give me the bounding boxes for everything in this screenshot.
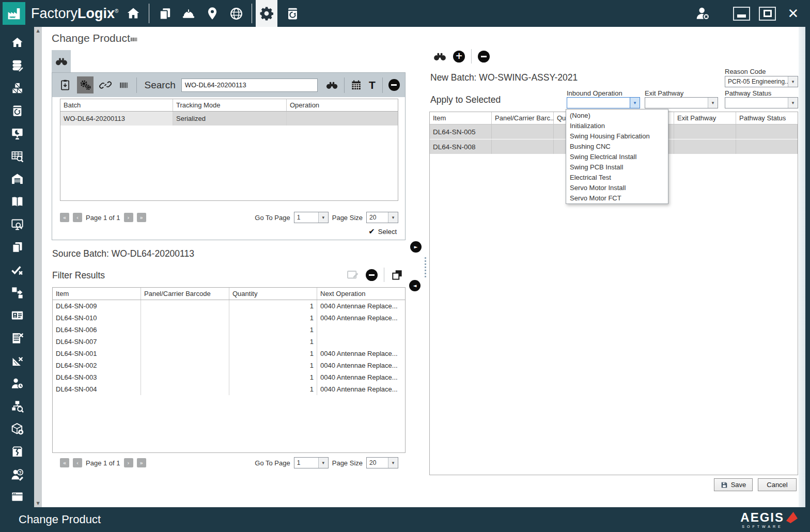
- tab-batch-search[interactable]: [52, 50, 71, 72]
- sidebar-item-id-badge[interactable]: [10, 308, 24, 322]
- scroll-up-icon[interactable]: ▲: [36, 28, 39, 33]
- clear-search-button[interactable]: [388, 79, 400, 91]
- barcode-scan-icon[interactable]: [117, 81, 130, 90]
- sidebar-item-transfer[interactable]: [10, 286, 24, 300]
- sidebar-item-home[interactable]: [10, 36, 24, 50]
- settings-toggle-button-pressed[interactable]: [77, 76, 94, 93]
- sidebar-item-data-query[interactable]: [10, 149, 24, 163]
- add-items-button[interactable]: +: [453, 51, 465, 62]
- sidebar-scrollbar[interactable]: ▲▼: [34, 27, 42, 507]
- dropdown-option[interactable]: Initialization: [566, 120, 668, 131]
- dropdown-option[interactable]: Swing Housing Fabrication: [566, 131, 668, 141]
- first-page-button[interactable]: «: [60, 458, 69, 467]
- copy-pages-button[interactable]: [153, 2, 177, 25]
- page-size-combobox[interactable]: 20▾: [366, 212, 398, 223]
- sidebar-item-terminal[interactable]: [10, 490, 24, 504]
- exit-pathway-combobox[interactable]: ▾: [645, 97, 718, 108]
- goto-page-combobox[interactable]: 1▾: [294, 457, 329, 468]
- sidebar-item-review-search[interactable]: [10, 217, 24, 231]
- location-button[interactable]: [200, 2, 224, 25]
- save-button[interactable]: Save: [714, 478, 753, 491]
- prev-page-button[interactable]: ‹: [73, 213, 82, 222]
- dropdown-option[interactable]: Bushing CNC: [566, 141, 668, 151]
- dropdown-option[interactable]: Swing PCB Install: [566, 162, 668, 172]
- table-row-item[interactable]: DL64-SN-00110040 Antennae Replace...: [53, 348, 405, 359]
- sidebar-item-dashboard[interactable]: [10, 127, 24, 140]
- reason-code-combobox[interactable]: PCR-05 Engineering...▾: [725, 76, 798, 87]
- pathway-status-combobox[interactable]: ▾: [725, 97, 798, 108]
- cancel-button[interactable]: Cancel: [758, 478, 797, 491]
- column-header-next-operation[interactable]: Next Operation: [317, 288, 405, 300]
- sidebar-item-measure-remove[interactable]: [10, 354, 24, 368]
- table-row-item[interactable]: DL64-SN-00310040 Antennae Replace...: [53, 371, 405, 383]
- sidebar-item-operator-time[interactable]: [10, 377, 24, 390]
- last-page-button[interactable]: »: [137, 213, 146, 222]
- table-row-item[interactable]: DL64-SN-00910040 Antennae Replace...: [53, 300, 405, 312]
- sidebar-item-warehouse[interactable]: [10, 172, 24, 186]
- sidebar-item-package-add[interactable]: [10, 422, 24, 436]
- calendar-icon[interactable]: [350, 79, 362, 91]
- table-row-item[interactable]: DL64-SN-0061: [53, 324, 405, 336]
- prev-page-button[interactable]: ‹: [73, 458, 82, 467]
- inbound-operation-combobox-open[interactable]: ▾: [567, 97, 640, 108]
- column-header-panel-barcode[interactable]: Panel/Carrier Barcode: [141, 288, 229, 300]
- select-button[interactable]: ✔Select: [368, 227, 397, 236]
- sidebar-item-batch-restore[interactable]: [10, 104, 24, 118]
- column-header-tracking-mode[interactable]: Tracking Mode: [173, 99, 287, 111]
- sidebar-item-list-remove[interactable]: [10, 331, 24, 345]
- close-button[interactable]: ✕: [785, 7, 802, 21]
- column-header-quantity[interactable]: Quantity: [229, 288, 317, 300]
- dropdown-option[interactable]: (None): [566, 110, 668, 120]
- goto-page-combobox[interactable]: 1▾: [294, 212, 329, 223]
- splitter-handle[interactable]: [425, 257, 426, 277]
- sidebar-item-operator-question[interactable]: [10, 467, 24, 481]
- maximize-button[interactable]: [759, 7, 776, 21]
- right-scroll-strip[interactable]: [799, 27, 805, 507]
- column-header-pathway-status[interactable]: Pathway Status: [736, 112, 798, 124]
- find-batch-binoculars-icon[interactable]: [433, 50, 447, 64]
- move-left-button[interactable]: ◄: [409, 280, 420, 291]
- dropdown-option[interactable]: Electrical Test: [566, 172, 668, 182]
- dropdown-option[interactable]: Swing Electrical Install: [566, 151, 668, 162]
- table-row-item[interactable]: DL64-SN-00410040 Antennae Replace...: [53, 383, 405, 395]
- home-button[interactable]: [121, 2, 145, 25]
- column-header-operation[interactable]: Operation: [287, 99, 398, 111]
- link-icon[interactable]: [99, 79, 112, 91]
- search-binoculars-icon[interactable]: [325, 79, 338, 92]
- move-right-button[interactable]: ►: [410, 241, 422, 253]
- table-row-item[interactable]: DL64-SN-00210040 Antennae Replace...: [53, 359, 405, 371]
- sidebar-item-documentation[interactable]: [10, 195, 24, 209]
- page-size-combobox[interactable]: 20▾: [366, 457, 398, 468]
- dropdown-option[interactable]: Servo Motor Install: [566, 182, 668, 193]
- column-header-panel-barcode[interactable]: Panel/Carrier Barc...: [492, 112, 554, 124]
- scroll-down-icon[interactable]: ▼: [36, 501, 39, 506]
- copy-results-icon[interactable]: [391, 268, 404, 281]
- sidebar-item-package-damage[interactable]: [10, 445, 24, 459]
- table-row-batch[interactable]: WO-DL64-20200113 Serialized: [60, 112, 398, 126]
- sidebar-item-hierarchy-search[interactable]: [10, 399, 24, 413]
- sidebar-item-copy[interactable]: [10, 240, 24, 254]
- first-page-button[interactable]: «: [60, 213, 69, 222]
- column-header-exit-pathway[interactable]: Exit Pathway: [674, 112, 736, 124]
- minimize-button[interactable]: [733, 7, 750, 21]
- sidebar-item-materials[interactable]: [10, 81, 24, 95]
- production-button[interactable]: [177, 2, 200, 25]
- dropdown-option[interactable]: Servo Motor FCT: [566, 193, 668, 203]
- column-header-batch[interactable]: Batch: [60, 99, 173, 111]
- sidebar-item-validate[interactable]: [10, 263, 24, 277]
- table-row-item[interactable]: DL64-SN-0071: [53, 336, 405, 348]
- settings-button-active[interactable]: [256, 0, 277, 27]
- search-input[interactable]: [181, 79, 318, 92]
- last-page-button[interactable]: »: [137, 458, 146, 467]
- column-header-item[interactable]: Item: [430, 112, 492, 124]
- logout-user-button[interactable]: [691, 2, 714, 25]
- remove-filter-button[interactable]: [366, 269, 378, 281]
- remove-items-button[interactable]: [478, 51, 490, 62]
- column-header-item[interactable]: Item: [53, 288, 141, 300]
- global-button[interactable]: [224, 2, 248, 25]
- text-filter-icon[interactable]: T: [368, 79, 377, 91]
- table-row-item[interactable]: DL64-SN-01010040 Antennae Replace...: [53, 312, 405, 324]
- next-page-button[interactable]: ›: [124, 458, 133, 467]
- paste-batch-icon[interactable]: [59, 79, 71, 91]
- next-page-button[interactable]: ›: [124, 213, 133, 222]
